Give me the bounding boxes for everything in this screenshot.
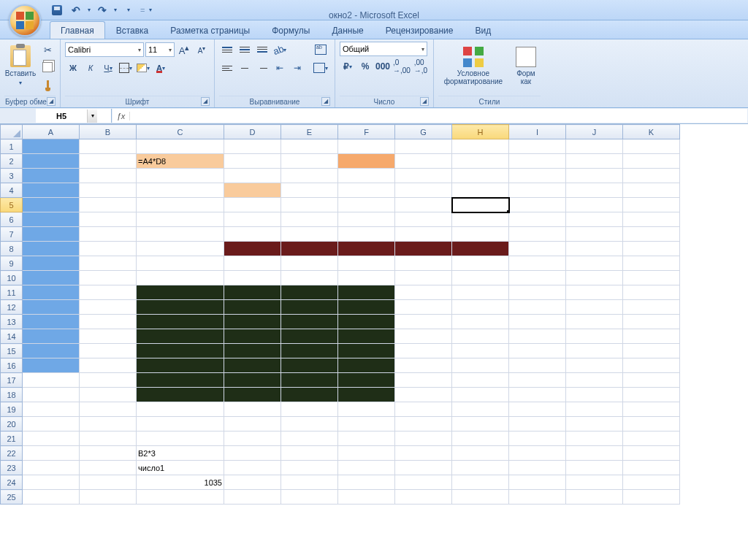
cell-K16[interactable] xyxy=(623,358,680,373)
cell-F11[interactable] xyxy=(338,285,395,300)
border-button[interactable]: ▾ xyxy=(118,60,134,76)
cell-G13[interactable] xyxy=(395,315,452,329)
cell-J20[interactable] xyxy=(566,417,623,431)
cell-H18[interactable] xyxy=(452,388,509,402)
cell-D4[interactable] xyxy=(224,183,281,198)
cell-K9[interactable] xyxy=(623,256,680,271)
row-header-11[interactable]: 11 xyxy=(1,285,23,300)
cell-E19[interactable] xyxy=(281,402,338,417)
formula-input[interactable] xyxy=(130,112,747,120)
cell-J11[interactable] xyxy=(566,285,623,300)
cell-I10[interactable] xyxy=(509,271,566,285)
cell-K3[interactable] xyxy=(623,169,680,183)
cell-J17[interactable] xyxy=(566,373,623,388)
cell-E14[interactable] xyxy=(281,329,338,344)
cell-B8[interactable] xyxy=(80,242,137,256)
cell-F15[interactable] xyxy=(338,344,395,358)
cell-A2[interactable] xyxy=(23,154,80,169)
cell-H4[interactable] xyxy=(452,183,509,198)
row-header-13[interactable]: 13 xyxy=(1,315,23,329)
cell-D9[interactable] xyxy=(224,256,281,271)
cell-A22[interactable] xyxy=(23,446,80,461)
cell-H25[interactable] xyxy=(452,490,509,505)
cell-G22[interactable] xyxy=(395,446,452,461)
cell-I6[interactable] xyxy=(509,212,566,227)
font-size-combo[interactable]: 11▾ xyxy=(145,42,175,57)
cell-J12[interactable] xyxy=(566,300,623,315)
cell-G1[interactable] xyxy=(395,139,452,154)
cell-J18[interactable] xyxy=(566,388,623,402)
grow-font-button[interactable]: A▴ xyxy=(176,42,192,58)
cell-A20[interactable] xyxy=(23,417,80,431)
cell-G15[interactable] xyxy=(395,344,452,358)
cell-F22[interactable] xyxy=(338,446,395,461)
cell-I21[interactable] xyxy=(509,431,566,446)
cell-J21[interactable] xyxy=(566,431,623,446)
cell-C20[interactable] xyxy=(137,417,224,431)
cell-B16[interactable] xyxy=(80,358,137,373)
cell-H6[interactable] xyxy=(452,212,509,227)
name-box-dropdown[interactable]: ▾ xyxy=(87,110,97,123)
row-header-17[interactable]: 17 xyxy=(1,373,23,388)
cell-K5[interactable] xyxy=(623,198,680,212)
align-bottom-button[interactable] xyxy=(254,42,270,58)
cell-G4[interactable] xyxy=(395,183,452,198)
cell-B12[interactable] xyxy=(80,300,137,315)
cell-G21[interactable] xyxy=(395,431,452,446)
currency-button[interactable]: ₽▾ xyxy=(340,58,356,74)
cell-F10[interactable] xyxy=(338,271,395,285)
cell-F2[interactable] xyxy=(338,154,395,169)
row-header-6[interactable]: 6 xyxy=(1,212,23,227)
cell-I12[interactable] xyxy=(509,300,566,315)
cell-F13[interactable] xyxy=(338,315,395,329)
cell-E2[interactable] xyxy=(281,154,338,169)
cell-C2[interactable]: =A4*D8 xyxy=(137,154,224,169)
bold-button[interactable]: Ж xyxy=(65,60,81,76)
cell-A5[interactable] xyxy=(23,198,80,212)
row-header-1[interactable]: 1 xyxy=(1,139,23,154)
column-header-F[interactable]: F xyxy=(338,125,395,139)
cell-J22[interactable] xyxy=(566,446,623,461)
cell-I19[interactable] xyxy=(509,402,566,417)
cell-B18[interactable] xyxy=(80,388,137,402)
cell-H16[interactable] xyxy=(452,358,509,373)
cell-D6[interactable] xyxy=(224,212,281,227)
row-header-9[interactable]: 9 xyxy=(1,256,23,271)
cell-D2[interactable] xyxy=(224,154,281,169)
cell-E17[interactable] xyxy=(281,373,338,388)
increase-decimal-button[interactable]: ,0→,00 xyxy=(392,58,411,74)
cell-E21[interactable] xyxy=(281,431,338,446)
cell-H13[interactable] xyxy=(452,315,509,329)
cell-K24[interactable] xyxy=(623,475,680,490)
cell-E1[interactable] xyxy=(281,139,338,154)
cell-E7[interactable] xyxy=(281,227,338,242)
cell-C13[interactable] xyxy=(137,315,224,329)
decrease-indent-button[interactable]: ⇤ xyxy=(272,60,288,76)
cell-G12[interactable] xyxy=(395,300,452,315)
cell-K11[interactable] xyxy=(623,285,680,300)
cell-F3[interactable] xyxy=(338,169,395,183)
cell-D1[interactable] xyxy=(224,139,281,154)
cell-I5[interactable] xyxy=(509,198,566,212)
cell-K20[interactable] xyxy=(623,417,680,431)
cell-D22[interactable] xyxy=(224,446,281,461)
cell-D7[interactable] xyxy=(224,227,281,242)
cell-D11[interactable] xyxy=(224,285,281,300)
italic-button[interactable]: К xyxy=(83,60,99,76)
cell-K2[interactable] xyxy=(623,154,680,169)
cell-J24[interactable] xyxy=(566,475,623,490)
cell-I11[interactable] xyxy=(509,285,566,300)
column-header-J[interactable]: J xyxy=(566,125,623,139)
cell-I16[interactable] xyxy=(509,358,566,373)
cell-A9[interactable] xyxy=(23,256,80,271)
cell-F19[interactable] xyxy=(338,402,395,417)
cell-H19[interactable] xyxy=(452,402,509,417)
cell-H9[interactable] xyxy=(452,256,509,271)
cell-K8[interactable] xyxy=(623,242,680,256)
cell-K18[interactable] xyxy=(623,388,680,402)
cell-D16[interactable] xyxy=(224,358,281,373)
tab-review[interactable]: Рецензирование xyxy=(375,21,465,39)
cell-C24[interactable]: 1035 xyxy=(137,475,224,490)
cell-G10[interactable] xyxy=(395,271,452,285)
cell-H15[interactable] xyxy=(452,344,509,358)
